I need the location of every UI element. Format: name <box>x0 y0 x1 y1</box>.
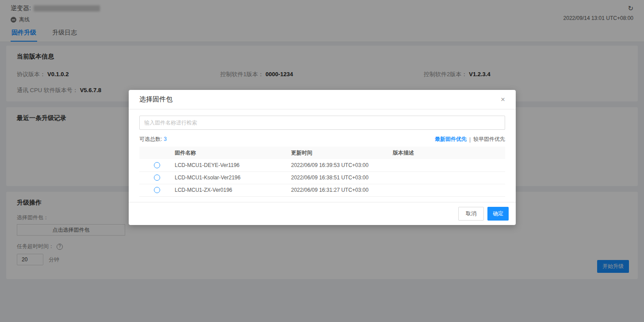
cancel-button[interactable]: 取消 <box>458 207 484 221</box>
dialog-footer: 取消 确定 <box>129 202 516 225</box>
table-row[interactable]: LCD-MCU1-DEYE-Ver1196 2022/06/09 16:39:5… <box>139 159 505 171</box>
available-count: 可选总数:3 <box>139 136 167 143</box>
radio-column-header <box>139 147 175 159</box>
radio-button[interactable] <box>154 162 160 168</box>
table-row[interactable]: LCD-MCU1-ZX-Ver0196 2022/06/09 16:31:27 … <box>139 184 505 196</box>
firmware-search-input[interactable] <box>139 116 505 130</box>
column-header-name: 固件名称 <box>175 147 291 159</box>
firmware-desc <box>393 159 505 171</box>
count-and-sort-row: 可选总数:3 最新固件优先 | 较早固件优先 <box>139 136 505 143</box>
firmware-name: LCD-MCU1-DEYE-Ver1196 <box>175 159 291 171</box>
count-value: 3 <box>164 136 167 142</box>
select-firmware-dialog: 选择固件包 × 可选总数:3 最新固件优先 | 较早固件优先 固件名称 更新时间… <box>129 90 516 225</box>
firmware-desc <box>393 171 505 184</box>
firmware-name: LCD-MCU1-ZX-Ver0196 <box>175 184 291 196</box>
firmware-table-header-row: 固件名称 更新时间 版本描述 <box>139 147 505 159</box>
firmware-name: LCD-MCU1-Ksolar-Ver2196 <box>175 171 291 184</box>
sort-divider: | <box>469 136 471 143</box>
table-row[interactable]: LCD-MCU1-Ksolar-Ver2196 2022/06/09 16:38… <box>139 171 505 184</box>
radio-button[interactable] <box>154 175 160 181</box>
confirm-button[interactable]: 确定 <box>487 207 509 221</box>
sort-links: 最新固件优先 | 较早固件优先 <box>435 136 505 143</box>
count-label: 可选总数: <box>139 136 162 142</box>
dialog-body: 可选总数:3 最新固件优先 | 较早固件优先 固件名称 更新时间 版本描述 <box>129 109 516 197</box>
sort-oldest-first-link[interactable]: 较早固件优先 <box>473 136 505 143</box>
firmware-time: 2022/06/09 16:39:53 UTC+03:00 <box>291 159 393 171</box>
radio-button[interactable] <box>154 187 160 193</box>
column-header-time: 更新时间 <box>291 147 393 159</box>
firmware-time: 2022/06/09 16:38:51 UTC+03:00 <box>291 171 393 184</box>
firmware-desc <box>393 184 505 196</box>
dialog-header: 选择固件包 × <box>129 90 516 109</box>
column-header-desc: 版本描述 <box>393 147 505 159</box>
firmware-time: 2022/06/09 16:31:27 UTC+03:00 <box>291 184 393 196</box>
firmware-table: 固件名称 更新时间 版本描述 LCD-MCU1-DEYE-Ver1196 202… <box>139 147 505 197</box>
sort-newest-first-link[interactable]: 最新固件优先 <box>435 136 467 143</box>
close-icon[interactable]: × <box>501 96 505 103</box>
dialog-title: 选择固件包 <box>139 95 172 104</box>
